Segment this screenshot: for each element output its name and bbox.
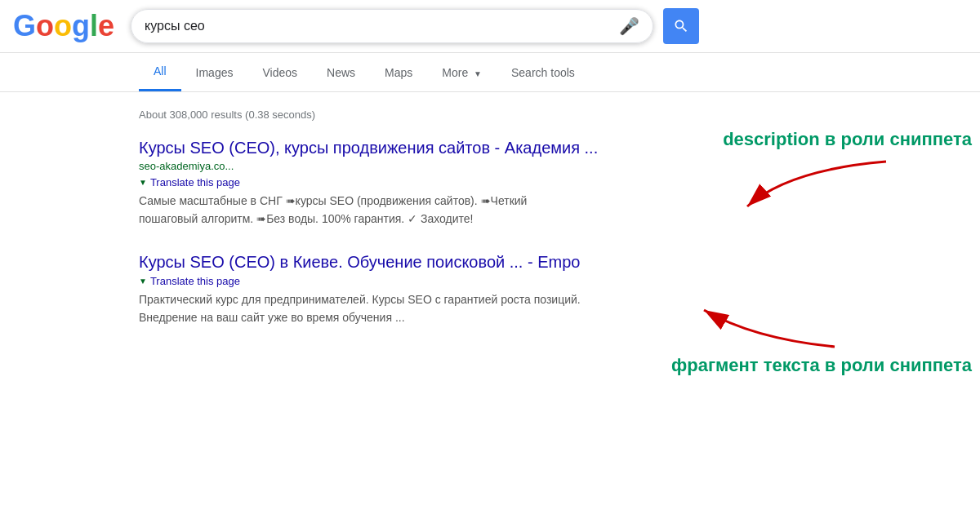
result-2-description: Практический курс для предпринимателей. … [139,290,629,327]
result-2-translate[interactable]: ▼ Translate this page [139,275,240,287]
mic-icon[interactable]: 🎤 [619,16,639,36]
fragment-arrow-svg [671,298,851,355]
results-area: About 308,000 results (0.38 seconds) Кур… [0,92,980,327]
annotation-fragment-area: фрагмент текста в роли сниппета [671,298,972,376]
translate-arrow-icon-2: ▼ [139,277,147,286]
result-1-description: Самые масштабные в СНГ ➠курсы SEO (продв… [139,192,629,228]
more-dropdown-arrow: ▼ [474,69,482,78]
search-button[interactable] [663,8,699,44]
results-count: About 308,000 results (0.38 seconds) [139,109,980,121]
annotation-description-label: description в роли сниппета [723,129,972,150]
tab-all[interactable]: All [139,53,181,91]
result-2-title[interactable]: Курсы SEO (CEO) в Киеве. Обучение поиско… [139,253,580,271]
search-bar: курсы сео 🎤 [131,9,653,43]
translate-arrow-icon: ▼ [139,178,147,187]
tab-news[interactable]: News [312,55,370,91]
tab-maps[interactable]: Maps [370,55,427,91]
header: Google курсы сео 🎤 [0,0,980,53]
tab-videos[interactable]: Videos [247,55,312,91]
nav-tabs: All Images Videos News Maps More ▼ Searc… [0,53,980,92]
result-1-title[interactable]: Курсы SEO (CEO), курсы продвижения сайто… [139,139,598,157]
results-wrapper: Курсы SEO (CEO), курсы продвижения сайто… [139,137,980,327]
result-1-translate[interactable]: ▼ Translate this page [139,176,240,188]
result-1-url: seo-akademiya.co... [139,160,629,172]
annotation-description-area: description в роли сниппета [723,129,972,219]
tab-more[interactable]: More ▼ [427,55,497,91]
annotation-fragment-label: фрагмент текста в роли сниппета [671,355,972,376]
search-input[interactable]: курсы сео [145,19,611,33]
search-result-1: Курсы SEO (CEO), курсы продвижения сайто… [139,137,629,228]
google-logo[interactable]: Google [13,9,114,43]
search-result-2: Курсы SEO (CEO) в Киеве. Обучение поиско… [139,251,629,327]
description-arrow-svg [723,153,902,219]
tab-search-tools[interactable]: Search tools [497,55,590,91]
tab-images[interactable]: Images [181,55,248,91]
